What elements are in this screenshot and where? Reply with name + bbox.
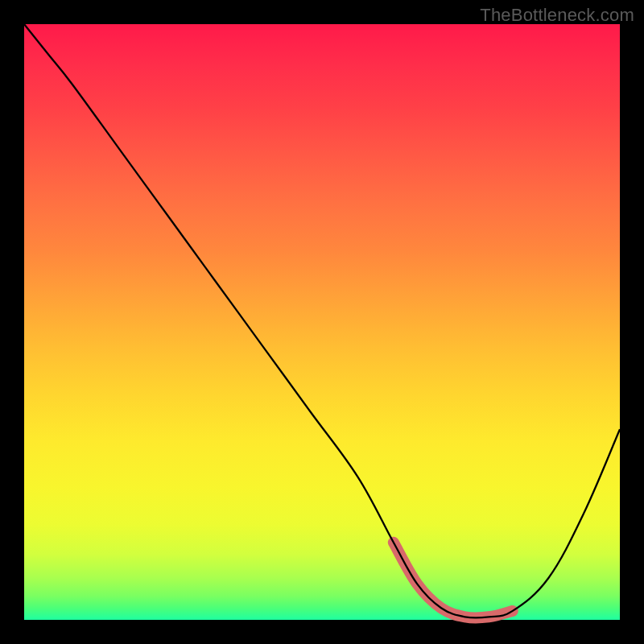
watermark-text: TheBottleneck.com: [480, 5, 634, 26]
main-curve: [24, 24, 620, 618]
chart-plot-area: [24, 24, 620, 620]
bottleneck-curve-svg: [24, 24, 620, 620]
highlight-segment: [394, 543, 513, 618]
